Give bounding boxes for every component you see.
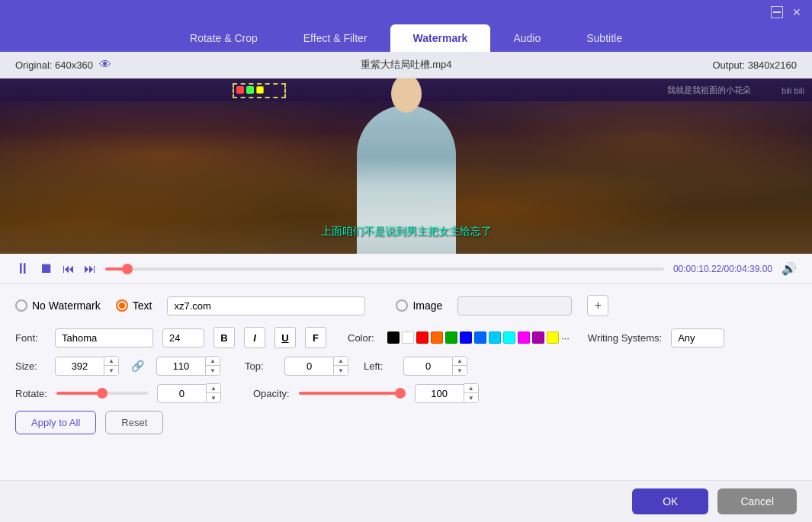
dot-green bbox=[246, 86, 254, 94]
size-height-spinner: ▲ ▼ bbox=[156, 356, 220, 376]
image-watermark-label: Image bbox=[412, 299, 442, 312]
more-colors-button[interactable]: ··· bbox=[561, 332, 570, 344]
rotate-spinner: ▲ ▼ bbox=[157, 383, 221, 403]
size-position-row: Size: ▲ ▼ 🔗 ▲ ▼ Top: ▲ bbox=[15, 356, 797, 376]
text-watermark-radio[interactable] bbox=[116, 299, 128, 312]
left-up[interactable]: ▲ bbox=[453, 357, 467, 366]
opacity-field[interactable] bbox=[415, 384, 464, 403]
swatch-orange[interactable] bbox=[431, 331, 443, 344]
swatch-white[interactable] bbox=[402, 331, 414, 344]
opacity-slider-container bbox=[299, 392, 406, 395]
opacity-label: Opacity: bbox=[253, 388, 290, 399]
reset-button[interactable]: Reset bbox=[105, 411, 163, 434]
size-width-spinner: ▲ ▼ bbox=[55, 356, 119, 376]
title-bar: ✕ bbox=[0, 0, 812, 24]
swatch-blue[interactable] bbox=[460, 331, 472, 344]
footer: OK Cancel bbox=[0, 480, 812, 522]
watermark-text-input[interactable] bbox=[167, 296, 365, 315]
swatch-cyan2[interactable] bbox=[503, 331, 515, 344]
rotate-down[interactable]: ▼ bbox=[207, 393, 220, 402]
apply-to-all-button[interactable]: Apply to All bbox=[15, 411, 96, 434]
add-image-button[interactable]: + bbox=[587, 295, 608, 316]
tab-rotate[interactable]: Rotate & Crop bbox=[167, 24, 281, 52]
time-display: 00:00:10.22/00:04:39.00 bbox=[673, 264, 772, 274]
stop-button[interactable]: ⏹ bbox=[40, 261, 53, 277]
size-height-down[interactable]: ▼ bbox=[206, 366, 220, 375]
top-spinner: ▲ ▼ bbox=[284, 356, 348, 376]
size-width-field[interactable] bbox=[55, 357, 104, 376]
font-settings-row: Font: Tahoma Arial Times New Roman 24 12… bbox=[15, 327, 797, 348]
eye-icon[interactable]: 👁 bbox=[99, 58, 111, 72]
swatch-blue2[interactable] bbox=[474, 331, 486, 344]
video-canvas: bili bili 我就是我祖面的小花朵 上面咱们不是说到男主把女主给忘了 bbox=[0, 78, 812, 254]
prev-frame-button[interactable]: ⏮ bbox=[63, 262, 75, 276]
underline-button[interactable]: U bbox=[274, 327, 296, 348]
tab-audio[interactable]: Audio bbox=[490, 24, 563, 52]
italic-button[interactable]: I bbox=[244, 327, 265, 348]
left-field[interactable] bbox=[403, 357, 453, 376]
left-spinner: ▲ ▼ bbox=[403, 356, 467, 376]
left-down[interactable]: ▼ bbox=[453, 366, 467, 375]
text-radio-inner bbox=[119, 303, 125, 309]
ok-button[interactable]: OK bbox=[632, 488, 708, 514]
font-size-select[interactable]: 24 12 16 32 48 bbox=[162, 328, 204, 347]
next-frame-button[interactable]: ⏭ bbox=[84, 262, 96, 276]
opacity-up[interactable]: ▲ bbox=[464, 384, 478, 393]
size-width-down[interactable]: ▼ bbox=[104, 366, 118, 375]
size-width-up[interactable]: ▲ bbox=[104, 357, 118, 366]
no-watermark-radio[interactable] bbox=[15, 299, 27, 312]
writing-systems-label: Writing Systems: bbox=[588, 332, 662, 344]
original-info: Original: 640x360 👁 bbox=[15, 58, 210, 72]
text-watermark-option[interactable]: Text bbox=[116, 299, 152, 312]
bilibili-watermark: bili bili bbox=[782, 86, 804, 95]
swatch-yellow[interactable] bbox=[547, 331, 559, 344]
volume-icon[interactable]: 🔊 bbox=[782, 261, 797, 276]
writing-systems-select[interactable]: Any Latin CJK bbox=[671, 328, 724, 347]
top-field[interactable] bbox=[284, 357, 334, 376]
watermark-image-input[interactable] bbox=[457, 296, 572, 315]
top-down[interactable]: ▼ bbox=[334, 366, 348, 375]
rotate-slider[interactable] bbox=[56, 392, 148, 395]
image-watermark-option[interactable]: Image bbox=[396, 299, 442, 312]
progress-thumb bbox=[122, 264, 133, 274]
image-watermark-radio[interactable] bbox=[396, 299, 408, 312]
strikethrough-button[interactable]: F bbox=[305, 327, 326, 348]
tab-effect[interactable]: Effect & Filter bbox=[281, 24, 390, 52]
watermark-type-row: No Watermark Text Image + bbox=[15, 295, 797, 316]
swatch-magenta[interactable] bbox=[518, 331, 530, 344]
top-up[interactable]: ▲ bbox=[334, 357, 348, 366]
tab-subtitle[interactable]: Subtitle bbox=[563, 24, 645, 52]
tab-watermark[interactable]: Watermark bbox=[390, 24, 491, 52]
no-watermark-option[interactable]: No Watermark bbox=[15, 299, 101, 312]
close-button[interactable]: ✕ bbox=[791, 6, 803, 18]
font-label: Font: bbox=[15, 332, 46, 344]
swatch-cyan1[interactable] bbox=[489, 331, 501, 344]
opacity-slider[interactable] bbox=[299, 392, 406, 395]
rotate-label: Rotate: bbox=[15, 388, 47, 399]
swatch-purple[interactable] bbox=[532, 331, 544, 344]
video-info-bar: Original: 640x360 👁 重紫大结局吐槽.mp4 Output: … bbox=[0, 52, 812, 78]
cancel-button[interactable]: Cancel bbox=[717, 488, 797, 514]
dot-yellow bbox=[256, 86, 264, 94]
color-label: Color: bbox=[348, 332, 378, 344]
size-height-field[interactable] bbox=[156, 357, 206, 376]
font-family-select[interactable]: Tahoma Arial Times New Roman bbox=[55, 328, 153, 347]
subtitle-top-text: 我就是我祖面的小花朵 bbox=[667, 85, 751, 96]
progress-bar[interactable] bbox=[105, 267, 664, 271]
rotate-up[interactable]: ▲ bbox=[207, 384, 220, 393]
top-label: Top: bbox=[245, 360, 275, 372]
opacity-down[interactable]: ▼ bbox=[464, 393, 478, 402]
output-resolution: Output: 3840x2160 bbox=[602, 59, 797, 71]
swatch-red[interactable] bbox=[416, 331, 428, 344]
pause-button[interactable]: ⏸ bbox=[15, 260, 30, 277]
rotate-opacity-row: Rotate: ▲ ▼ Opacity: ▲ ▼ bbox=[15, 383, 797, 403]
minimize-button[interactable] bbox=[771, 6, 783, 18]
swatch-green[interactable] bbox=[445, 331, 457, 344]
rotate-field[interactable] bbox=[157, 384, 207, 403]
dot-red bbox=[236, 86, 244, 94]
size-height-up[interactable]: ▲ bbox=[206, 357, 220, 366]
filename: 重紫大结局吐槽.mp4 bbox=[210, 58, 602, 72]
link-icon[interactable]: 🔗 bbox=[131, 360, 144, 372]
swatch-black[interactable] bbox=[387, 331, 400, 344]
bold-button[interactable]: B bbox=[213, 327, 235, 348]
